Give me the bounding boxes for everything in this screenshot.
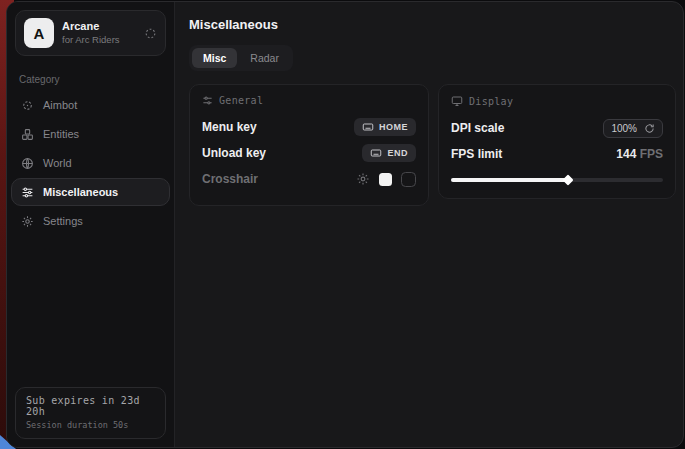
sidebar-item-label: Aimbot	[43, 99, 77, 111]
general-card-title: General	[219, 95, 263, 106]
sidebar-item-label: Settings	[43, 215, 83, 227]
globe-icon	[21, 157, 34, 170]
dpi-scale-label: DPI scale	[451, 121, 504, 135]
subscription-info-card: Sub expires in 23d 20h Session duration …	[15, 387, 166, 439]
brand-title: Arcane	[62, 20, 136, 34]
dpi-scale-row: DPI scale 100%	[451, 115, 663, 141]
display-card-title: Display	[469, 96, 513, 107]
sidebar-item-label: Miscellaneous	[43, 186, 118, 198]
session-duration-text: Session duration 50s	[26, 420, 155, 430]
crosshair-color-swatch[interactable]	[379, 173, 392, 186]
unload-key-row: Unload key END	[202, 140, 416, 166]
unload-key-label: Unload key	[202, 146, 266, 160]
menu-key-row: Menu key HOME	[202, 114, 416, 140]
fps-unit: FPS	[640, 147, 663, 161]
tab-misc[interactable]: Misc	[192, 48, 237, 68]
keyboard-icon	[370, 147, 382, 159]
fps-limit-row: FPS limit 144 FPS	[451, 141, 663, 167]
sliders-icon	[21, 186, 34, 199]
sidebar-item-aimbot[interactable]: Aimbot	[11, 91, 170, 119]
crosshair-label: Crosshair	[202, 172, 258, 186]
sidebar-item-label: Entities	[43, 128, 79, 140]
unload-key-button[interactable]: END	[362, 144, 416, 162]
dpi-scale-value: 100%	[611, 123, 637, 134]
refresh-icon[interactable]	[644, 123, 655, 134]
tab-bar: Misc Radar	[189, 45, 293, 71]
spinner-icon[interactable]	[144, 27, 157, 40]
main-content: Miscellaneous Misc Radar General	[175, 2, 684, 447]
fps-limit-slider[interactable]	[451, 175, 663, 185]
unload-key-value: END	[387, 148, 408, 158]
monitor-icon	[451, 95, 463, 107]
sidebar-item-entities[interactable]: Entities	[11, 120, 170, 148]
crosshair-row: Crosshair	[202, 166, 416, 192]
menu-key-label: Menu key	[202, 120, 257, 134]
brand-logo: A	[24, 18, 54, 48]
category-label: Category	[19, 74, 162, 85]
cards-row: General Menu key HOME	[189, 84, 676, 206]
brand-text: Arcane for Arc Riders	[62, 20, 136, 46]
brand-subtitle: for Arc Riders	[62, 34, 136, 46]
tab-radar[interactable]: Radar	[239, 48, 290, 68]
keyboard-icon	[362, 121, 374, 133]
app-window: A Arcane for Arc Riders Category	[6, 1, 684, 448]
boxes-icon	[21, 128, 34, 141]
brand-card: A Arcane for Arc Riders	[15, 10, 166, 56]
fps-limit-label: FPS limit	[451, 147, 502, 161]
display-card-header: Display	[451, 95, 663, 107]
fps-limit-value: 144 FPS	[616, 147, 663, 161]
crosshair-checkbox[interactable]	[401, 172, 416, 187]
sidebar-item-miscellaneous[interactable]: Miscellaneous	[11, 178, 170, 206]
display-card: Display DPI scale 100%	[438, 84, 676, 199]
gear-icon[interactable]	[356, 172, 370, 186]
sidebar-item-world[interactable]: World	[11, 149, 170, 177]
sidebar-item-settings[interactable]: Settings	[11, 207, 170, 235]
sidebar: A Arcane for Arc Riders Category	[7, 2, 175, 447]
sliders-icon	[202, 95, 213, 106]
sidebar-nav: Aimbot Entities	[7, 91, 174, 235]
menu-key-button[interactable]: HOME	[354, 118, 416, 136]
dpi-scale-control[interactable]: 100%	[603, 119, 663, 138]
gear-icon	[21, 215, 34, 228]
sub-expiry-text: Sub expires in 23d 20h	[26, 395, 155, 417]
general-card: General Menu key HOME	[189, 84, 429, 206]
crosshair-controls	[356, 172, 416, 187]
crosshair-icon	[21, 99, 34, 112]
sidebar-item-label: World	[43, 157, 72, 169]
menu-key-value: HOME	[379, 122, 408, 132]
fps-slider-fill	[451, 178, 568, 182]
general-card-header: General	[202, 95, 416, 106]
page-title: Miscellaneous	[189, 17, 676, 32]
fps-slider-thumb[interactable]	[562, 174, 573, 185]
